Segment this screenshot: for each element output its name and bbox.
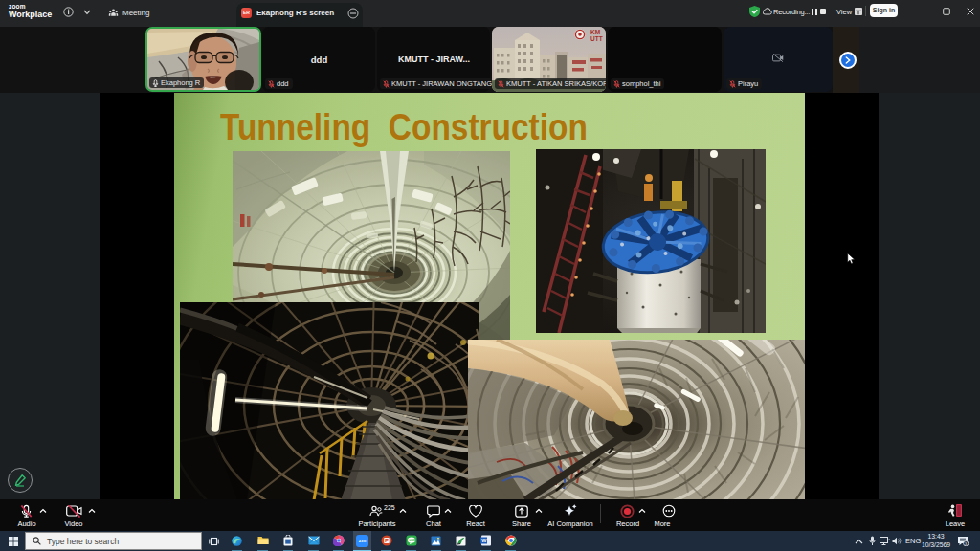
svg-text:UTT: UTT bbox=[590, 35, 603, 42]
svg-text:3: 3 bbox=[965, 542, 967, 546]
svg-text:LINE: LINE bbox=[409, 539, 415, 542]
svg-text:W: W bbox=[481, 538, 487, 543]
svg-text:P: P bbox=[385, 538, 389, 543]
svg-text:KM: KM bbox=[590, 29, 600, 35]
